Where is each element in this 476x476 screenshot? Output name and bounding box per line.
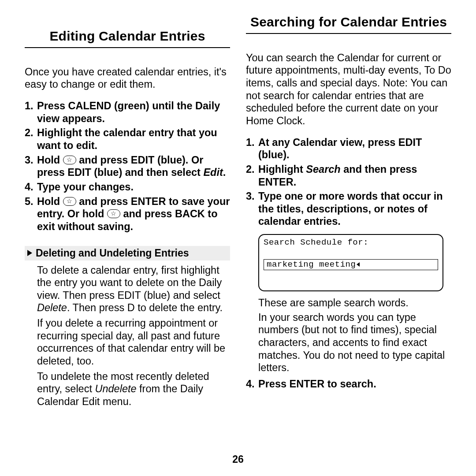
device-screen: Search Schedule for: marketing meeting (258, 234, 443, 291)
screen-gap (264, 248, 438, 259)
searching-intro: You can search the Calendar for current … (246, 52, 451, 127)
page-columns: Editing Calendar Entries Once you have c… (25, 14, 451, 450)
step-text: Hold and press ENTER to save your entry.… (37, 196, 230, 232)
editing-step-2: Highlight the calendar entry that you wa… (25, 126, 230, 152)
deleting-p1: To delete a calendar entry, first highli… (37, 264, 230, 315)
triangle-bullet-icon (27, 250, 32, 256)
searching-step-2: Highlight Search and then press ENTER. (246, 163, 451, 188)
page-number: 26 (25, 453, 451, 465)
step-text: Type your changes. (37, 181, 134, 193)
editing-steps: Press CALEND (green) until the Daily vie… (25, 100, 230, 235)
screen-label: Search Schedule for: (264, 238, 438, 248)
section-title-editing: Editing Calendar Entries (25, 28, 230, 48)
step-text: Hold and press EDIT (blue). Or press EDI… (37, 154, 226, 178)
s2a: Highlight (258, 164, 306, 175)
del-p1-italic: Delete (37, 302, 67, 313)
caption-line-1: These are sample search words. (258, 297, 451, 309)
editing-step-1: Press CALEND (green) until the Daily vie… (25, 100, 230, 125)
deleting-body: To delete a calendar entry, first highli… (25, 260, 230, 408)
search-caption: These are sample search words. In your s… (246, 297, 451, 376)
step-text: Press CALEND (green) until the Daily vie… (37, 100, 220, 124)
step5-text-a: Hold (37, 196, 63, 207)
screen-search-input: marketing meeting (264, 259, 438, 270)
step-text: At any Calendar view, press EDIT (blue). (258, 137, 422, 161)
star-key-icon (107, 209, 120, 218)
right-column: Searching for Calendar Entries You can s… (246, 14, 451, 450)
del-p3-italic: Undelete (95, 383, 136, 394)
del-p1a: To delete a calendar entry, first highli… (37, 264, 222, 301)
step-text: Highlight Search and then press ENTER. (258, 164, 417, 188)
star-key-icon (63, 197, 76, 206)
star-key-icon (63, 156, 76, 164)
section-title-searching: Searching for Calendar Entries (246, 14, 451, 34)
editing-step-5: Hold and press ENTER to save your entry.… (25, 195, 230, 233)
searching-steps-cont: Press ENTER to search. (246, 378, 451, 392)
screen-input-text: marketing meeting (267, 260, 356, 269)
searching-step-4: Press ENTER to search. (246, 378, 451, 390)
left-column: Editing Calendar Entries Once you have c… (25, 14, 230, 450)
editing-step-4: Type your changes. (25, 181, 230, 193)
caption-line-2: In your search words you can type number… (258, 311, 451, 374)
editing-intro: Once you have created calendar entries, … (25, 66, 230, 91)
deleting-subhead-text: Deleting and Undeleting Entries (36, 247, 189, 259)
searching-step-1: At any Calendar view, press EDIT (blue). (246, 136, 451, 161)
cursor-icon (357, 262, 360, 267)
step3-text-a: Hold (37, 154, 63, 166)
del-p1c: . Then press D to delete the entry. (67, 302, 223, 313)
step-text: Highlight the calendar entry that you wa… (37, 127, 217, 151)
editing-step-3: Hold and press EDIT (blue). Or press EDI… (25, 154, 230, 179)
searching-step-3: Type one or more words that occur in the… (246, 190, 451, 228)
searching-steps: At any Calendar view, press EDIT (blue).… (246, 136, 451, 230)
deleting-subhead: Deleting and Undeleting Entries (25, 246, 230, 260)
step3-italic-edit: Edit (203, 167, 223, 178)
deleting-p2: If you delete a recurring appointment or… (37, 317, 230, 368)
step-text: Press ENTER to search. (258, 378, 376, 390)
step3-text-d: . (223, 167, 226, 178)
deleting-p3: To undelete the most recently deleted en… (37, 370, 230, 408)
s2-italic-search: Search (306, 164, 340, 175)
step-text: Type one or more words that occur in the… (258, 190, 443, 227)
